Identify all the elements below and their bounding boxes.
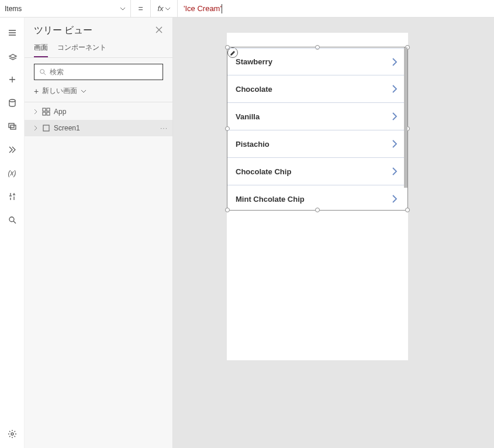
property-dropdown[interactable]: Items: [0, 0, 131, 17]
tree-view-icon[interactable]: [0, 46, 25, 67]
svg-rect-7: [47, 108, 50, 111]
tools-icon[interactable]: [0, 186, 25, 207]
text-cursor: [222, 4, 222, 13]
new-screen-button[interactable]: + 新しい画面: [25, 84, 172, 102]
settings-icon[interactable]: [0, 423, 25, 444]
fx-label: fx: [157, 4, 163, 13]
formula-bar: Items = fx 'Ice Cream': [0, 0, 494, 18]
fx-button[interactable]: fx: [151, 0, 178, 17]
search-icon: [39, 68, 46, 75]
svg-point-3: [9, 217, 14, 222]
node-more-button[interactable]: ···: [160, 124, 168, 132]
list-item[interactable]: Stawberry: [227, 48, 404, 75]
plus-icon: +: [34, 87, 39, 96]
left-rail: (x): [0, 18, 25, 448]
svg-rect-6: [43, 108, 46, 111]
formula-value: 'Ice Cream': [184, 4, 222, 13]
screen-icon: [42, 124, 50, 132]
close-panel-button[interactable]: [155, 26, 163, 36]
resize-handle[interactable]: [405, 208, 410, 212]
item-title: Chocolate: [236, 85, 272, 94]
list-item[interactable]: Chocolate Chip: [227, 158, 404, 185]
svg-rect-9: [47, 112, 50, 115]
chevron-right-icon: [33, 109, 39, 115]
selection-box[interactable]: Stawberry Chocolate Vanilla Pistachio Ch…: [227, 47, 408, 211]
app-icon: [42, 108, 50, 116]
chevron-down-icon: [81, 88, 87, 94]
canvas[interactable]: Stawberry Chocolate Vanilla Pistachio Ch…: [173, 18, 494, 448]
svg-point-0: [9, 99, 15, 102]
search-icon[interactable]: [0, 209, 25, 230]
chevron-right-icon[interactable]: [391, 194, 398, 204]
svg-point-4: [11, 433, 13, 435]
node-screen1-label: Screen1: [54, 124, 80, 132]
variables-icon[interactable]: (x): [0, 163, 25, 184]
item-title: Pistachio: [236, 140, 270, 149]
chevron-down-icon: [120, 6, 126, 12]
svg-rect-10: [43, 125, 49, 131]
equals-label: =: [131, 0, 151, 17]
tab-components[interactable]: コンポーネント: [57, 43, 106, 57]
node-app-label: App: [54, 108, 66, 116]
list-item[interactable]: Vanilla: [227, 103, 404, 130]
svg-point-5: [40, 70, 44, 74]
chevron-right-icon[interactable]: [391, 112, 398, 121]
list-item[interactable]: Chocolate: [227, 75, 404, 103]
svg-rect-8: [43, 112, 46, 115]
new-screen-label: 新しい画面: [42, 86, 77, 96]
tree-search-input[interactable]: [50, 68, 158, 76]
media-icon[interactable]: [0, 116, 25, 137]
item-title: Mint Chcolate Chip: [236, 195, 305, 204]
formula-input[interactable]: 'Ice Cream': [178, 0, 494, 17]
node-screen1[interactable]: Screen1 ···: [25, 120, 172, 136]
tree-title: ツリー ビュー: [34, 25, 92, 37]
main-area: (x) ツリー ビュー 画面 コンポーネント + 新しい画面 App: [0, 18, 494, 448]
hamburger-icon[interactable]: [0, 22, 25, 43]
data-icon[interactable]: [0, 92, 25, 113]
insert-icon[interactable]: [0, 69, 25, 90]
node-app[interactable]: App: [25, 104, 172, 120]
flows-icon[interactable]: [0, 139, 25, 160]
chevron-right-icon: [33, 125, 39, 131]
property-dropdown-label: Items: [5, 5, 22, 13]
list-item[interactable]: Mint Chcolate Chip: [227, 185, 404, 210]
chevron-right-icon[interactable]: [391, 139, 398, 149]
scrollbar[interactable]: [404, 47, 407, 188]
item-title: Stawberry: [236, 57, 272, 66]
list-item[interactable]: Pistachio: [227, 130, 404, 158]
chevron-right-icon[interactable]: [391, 57, 398, 67]
chevron-right-icon[interactable]: [391, 84, 398, 94]
tree-search[interactable]: [34, 64, 163, 80]
tab-screens[interactable]: 画面: [34, 43, 48, 57]
item-title: Vanilla: [236, 112, 260, 121]
chevron-down-icon: [165, 6, 171, 12]
chevron-right-icon[interactable]: [391, 167, 398, 176]
tree-panel: ツリー ビュー 画面 コンポーネント + 新しい画面 App Scre: [25, 18, 173, 448]
gallery-control[interactable]: Stawberry Chocolate Vanilla Pistachio Ch…: [227, 47, 404, 210]
item-title: Chocolate Chip: [236, 167, 291, 176]
